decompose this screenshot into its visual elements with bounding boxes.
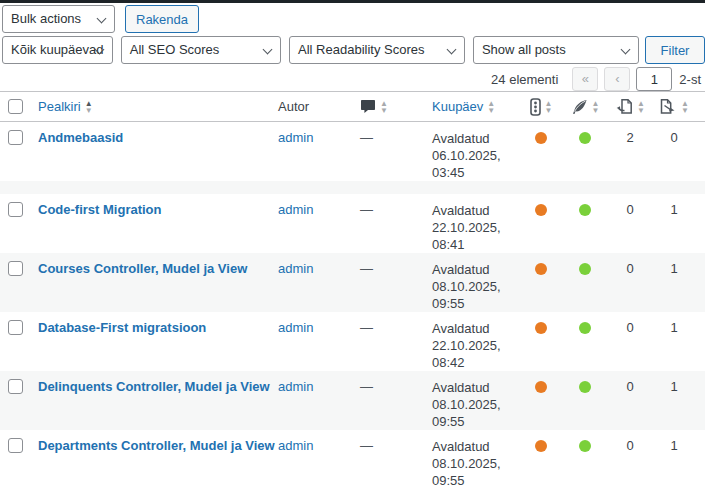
seo-score-dot — [535, 381, 547, 393]
items-count: 24 elementi — [491, 72, 558, 87]
readability-score-dot — [579, 132, 591, 144]
links-in-count: 2 — [608, 122, 652, 181]
table-row: Code-first Migration admin — Avaldatud 2… — [0, 194, 705, 253]
links-out-count: 0 — [652, 122, 696, 181]
post-type-filter-select[interactable]: Show all posts — [473, 36, 639, 64]
post-title-link[interactable]: Departments Controller, Mudel ja View — [38, 438, 275, 453]
links-out-count: 1 — [652, 253, 696, 312]
chevron-down-icon — [446, 45, 456, 55]
links-out-count: 1 — [652, 312, 696, 371]
post-status: Avaldatud — [432, 130, 520, 147]
posts-list-screen: Bulk actions Rakenda Kõik kuupäevad All … — [0, 0, 705, 487]
links-in-count: 0 — [608, 194, 652, 253]
post-status: Avaldatud — [432, 379, 520, 396]
readability-filter-value: All Readability Scores — [298, 42, 424, 57]
author-link[interactable]: admin — [278, 438, 313, 453]
header-links-in[interactable]: ▲▼ — [608, 98, 652, 115]
post-title-link[interactable]: Delinquents Controller, Mudel ja View — [38, 379, 270, 394]
post-date: 08.10.2025, 09:55 — [432, 396, 520, 430]
row-checkbox[interactable] — [8, 261, 23, 276]
seo-score-dot — [535, 263, 547, 275]
sort-arrows-icon: ▲▼ — [487, 100, 495, 114]
row-checkbox[interactable] — [8, 379, 23, 394]
links-out-count: 1 — [652, 430, 696, 487]
post-title-link[interactable]: Database-First migratsioon — [38, 320, 206, 335]
pagination: 24 elementi « ‹ 2-st — [0, 67, 705, 91]
row-checkbox[interactable] — [8, 438, 23, 453]
comments-value: — — [360, 130, 373, 145]
total-pages-label: 2-st — [679, 72, 701, 87]
readability-score-dot — [579, 322, 591, 334]
list-toolbar: Bulk actions Rakenda Kõik kuupäevad All … — [0, 3, 705, 64]
header-date[interactable]: Kuupäev ▲▼ — [430, 99, 520, 114]
table-row: Database-First migratsioon admin — Avald… — [0, 312, 705, 371]
chevron-down-icon — [621, 45, 631, 55]
comments-value: — — [360, 320, 373, 335]
row-separator — [0, 181, 705, 194]
post-title-link[interactable]: Courses Controller, Mudel ja View — [38, 261, 247, 276]
seo-score-dot — [535, 204, 547, 216]
comments-value: — — [360, 438, 373, 453]
links-out-count: 1 — [652, 371, 696, 430]
chevron-down-icon — [97, 14, 107, 24]
date-filter-select[interactable]: Kõik kuupäevad — [2, 36, 113, 64]
bulk-actions-select[interactable]: Bulk actions — [2, 5, 115, 33]
header-links-out[interactable]: ▲▼ — [652, 98, 696, 115]
post-date: 22.10.2025, 08:42 — [432, 337, 520, 371]
post-status: Avaldatud — [432, 438, 520, 455]
filter-button[interactable]: Filter — [645, 36, 705, 64]
seo-score-dot — [535, 322, 547, 334]
prev-page-button[interactable]: ‹ — [604, 67, 630, 91]
first-page-button[interactable]: « — [572, 67, 598, 91]
bulk-actions-value: Bulk actions — [11, 11, 81, 26]
select-all-checkbox[interactable] — [8, 99, 23, 114]
header-readability-score[interactable]: ▲▼ — [562, 99, 608, 115]
readability-score-dot — [579, 263, 591, 275]
bulk-actions-row: Bulk actions Rakenda — [2, 5, 705, 33]
post-status: Avaldatud — [432, 261, 520, 278]
comments-value: — — [360, 379, 373, 394]
readability-score-icon — [571, 99, 588, 115]
sort-arrows-icon: ▲▼ — [681, 100, 689, 114]
sort-arrows-icon: ▲▼ — [380, 100, 388, 114]
seo-filter-value: All SEO Scores — [130, 42, 220, 57]
readability-score-dot — [579, 381, 591, 393]
header-seo-score[interactable]: ▲▼ — [520, 98, 562, 116]
post-date: 08.10.2025, 09:55 — [432, 455, 520, 487]
row-checkbox[interactable] — [8, 202, 23, 217]
current-page-input[interactable] — [636, 67, 672, 91]
table-row: Delinquents Controller, Mudel ja View ad… — [0, 371, 705, 430]
header-comments[interactable]: ▲▼ — [358, 99, 430, 114]
author-link[interactable]: admin — [278, 202, 313, 217]
readability-score-dot — [579, 440, 591, 452]
author-link[interactable]: admin — [278, 320, 313, 335]
links-in-count: 0 — [608, 430, 652, 487]
row-checkbox[interactable] — [8, 320, 23, 335]
header-title[interactable]: Pealkiri ▲▼ — [36, 99, 276, 114]
incoming-links-icon — [615, 98, 633, 115]
seo-score-icon — [530, 98, 541, 116]
sort-arrows-icon: ▲▼ — [637, 100, 645, 114]
table-row: Andmebaasid admin — Avaldatud 06.10.2025… — [0, 122, 705, 181]
post-filter-value: Show all posts — [482, 42, 566, 57]
header-author: Autor — [276, 99, 358, 114]
row-checkbox[interactable] — [8, 130, 23, 145]
sort-arrows-icon: ▲▼ — [592, 100, 600, 114]
author-link[interactable]: admin — [278, 261, 313, 276]
author-link[interactable]: admin — [278, 379, 313, 394]
outgoing-links-icon — [659, 98, 677, 115]
author-link[interactable]: admin — [278, 130, 313, 145]
post-date: 06.10.2025, 03:45 — [432, 147, 520, 181]
post-status: Avaldatud — [432, 320, 520, 337]
seo-score-dot — [535, 440, 547, 452]
post-title-link[interactable]: Andmebaasid — [38, 130, 123, 145]
readability-filter-select[interactable]: All Readability Scores — [289, 36, 465, 64]
sort-arrows-icon: ▲▼ — [85, 100, 93, 114]
comment-icon — [360, 99, 376, 114]
seo-score-filter-select[interactable]: All SEO Scores — [121, 36, 281, 64]
comments-value: — — [360, 261, 373, 276]
post-status: Avaldatud — [432, 202, 520, 219]
post-title-link[interactable]: Code-first Migration — [38, 202, 162, 217]
apply-button[interactable]: Rakenda — [125, 5, 199, 33]
links-in-count: 0 — [608, 312, 652, 371]
